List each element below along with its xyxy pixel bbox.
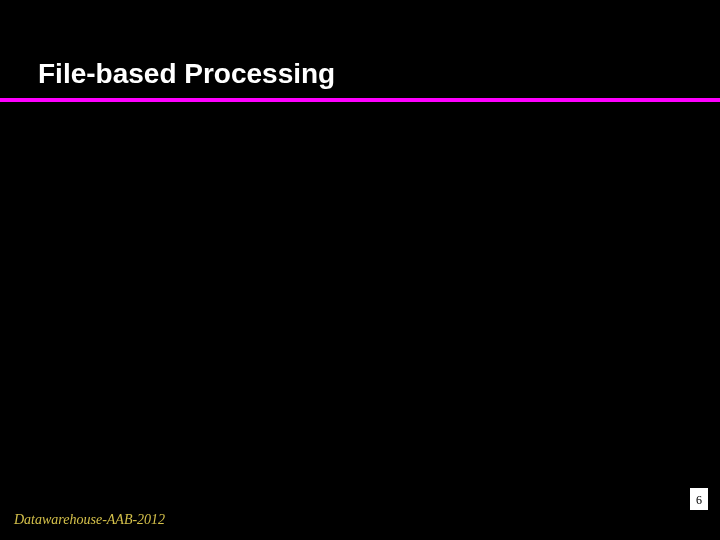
title-divider <box>0 98 720 102</box>
slide-title: File-based Processing <box>38 58 720 90</box>
page-number-box: 6 <box>690 488 708 510</box>
page-number: 6 <box>696 493 702 507</box>
footer-text: Datawarehouse-AAB-2012 <box>14 512 165 528</box>
title-area: File-based Processing <box>0 0 720 90</box>
